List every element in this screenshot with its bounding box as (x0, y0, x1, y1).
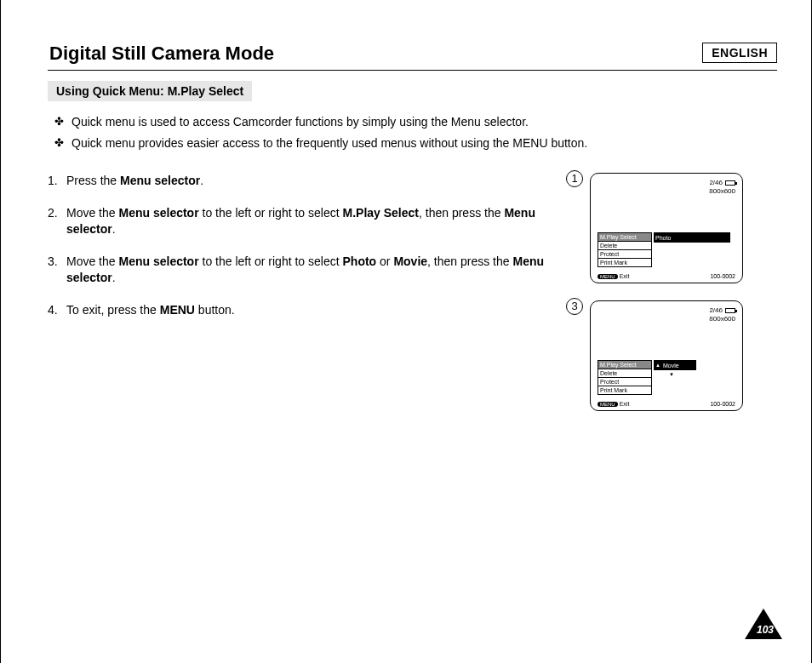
step-text: or (376, 254, 393, 268)
intro-item: Quick menu is used to access Camcorder f… (48, 113, 777, 131)
lcd-counter: 2/46 (709, 306, 723, 314)
step-item: Move the Menu selector to the left or ri… (48, 205, 573, 238)
step-item: Move the Menu selector to the left or ri… (48, 254, 573, 287)
step-item: To exit, press the MENU button. (48, 302, 573, 319)
lcd-menu-item: Delete (598, 242, 652, 250)
step-term: Menu selector (120, 174, 200, 187)
lcd-menu-button-icon: MENU (598, 402, 618, 407)
lcd-file-number: 100-0002 (710, 273, 735, 279)
lcd-exit-label: Exit (620, 401, 630, 407)
page-title: Digital Still Camera Mode (48, 43, 777, 65)
lcd-file-number: 100-0002 (710, 401, 735, 407)
step-text: . (200, 174, 203, 187)
step-text: . (112, 222, 116, 236)
step-term: M.Play Select (343, 206, 420, 220)
title-divider (48, 70, 777, 71)
step-text: , then press the (419, 206, 504, 220)
step-term: Photo (343, 254, 377, 268)
lcd-menu-item: Print Mark (598, 259, 652, 267)
lcd-menu-item: Protect (598, 378, 652, 386)
step-item: Press the Menu selector. (48, 173, 573, 190)
lcd-screen: 2/46 800x600 Photo M.Play Select Delete … (590, 173, 743, 283)
lcd-option-value: ▲Movie (654, 360, 696, 370)
step-term: Movie (393, 254, 427, 268)
language-indicator: ENGLISH (702, 43, 777, 63)
section-subtitle: Using Quick Menu: M.Play Select (48, 81, 252, 101)
step-text: to the left or right to select (199, 206, 343, 220)
step-text: . (112, 271, 116, 284)
lcd-menu-item-selected: M.Play Select (598, 361, 652, 369)
lcd-quick-menu: ▲Movie ▼ M.Play Select Delete Protect Pr… (598, 360, 725, 395)
diagram-step-badge: 1 (566, 170, 583, 187)
step-term: Menu selector (118, 254, 198, 268)
lcd-resolution: 800x600 (709, 315, 735, 323)
lcd-menu-button-icon: MENU (598, 274, 618, 279)
step-text: To exit, press the (66, 303, 160, 317)
lcd-quick-menu: Photo M.Play Select Delete Protect Print… (598, 232, 725, 267)
step-text: Move the (66, 206, 118, 220)
lcd-option-value: Photo (654, 232, 730, 243)
lcd-option-text: Movie (663, 363, 679, 369)
lcd-screen: 2/46 800x600 ▲Movie ▼ M.Play Select Dele… (590, 300, 743, 411)
step-text: , then press the (427, 254, 512, 268)
lcd-menu-item: Protect (598, 250, 652, 259)
intro-item: Quick menu provides easier access to the… (48, 134, 777, 152)
step-term: MENU (160, 303, 195, 317)
lcd-menu-item: Delete (598, 369, 652, 378)
step-text: button. (195, 303, 235, 317)
step-text: Press the (66, 174, 120, 187)
diagram-1: 1 2/46 800x600 Photo M.Play Select Delet… (590, 173, 777, 283)
lcd-counter: 2/46 (709, 179, 723, 186)
lcd-menu-item-selected: M.Play Select (598, 233, 652, 242)
steps-list: Press the Menu selector. Move the Menu s… (48, 173, 573, 334)
lcd-menu-item: Print Mark (598, 386, 652, 395)
diagram-3: 3 2/46 800x600 ▲Movie ▼ M.Play Select De… (590, 300, 777, 411)
step-text: to the left or right to select (199, 254, 343, 268)
intro-list: Quick menu is used to access Camcorder f… (48, 113, 777, 152)
arrow-up-icon: ▲ (655, 363, 660, 368)
lcd-option-text: Photo (655, 235, 671, 241)
step-text: Move the (66, 254, 118, 268)
lcd-exit-label: Exit (620, 273, 630, 279)
lcd-resolution: 800x600 (709, 187, 735, 195)
diagram-step-badge: 3 (566, 298, 583, 315)
step-term: Menu selector (118, 206, 198, 220)
arrow-down-icon: ▼ (669, 372, 674, 377)
page-number: 103 (757, 624, 774, 636)
battery-icon (725, 180, 735, 186)
battery-icon (725, 308, 735, 313)
